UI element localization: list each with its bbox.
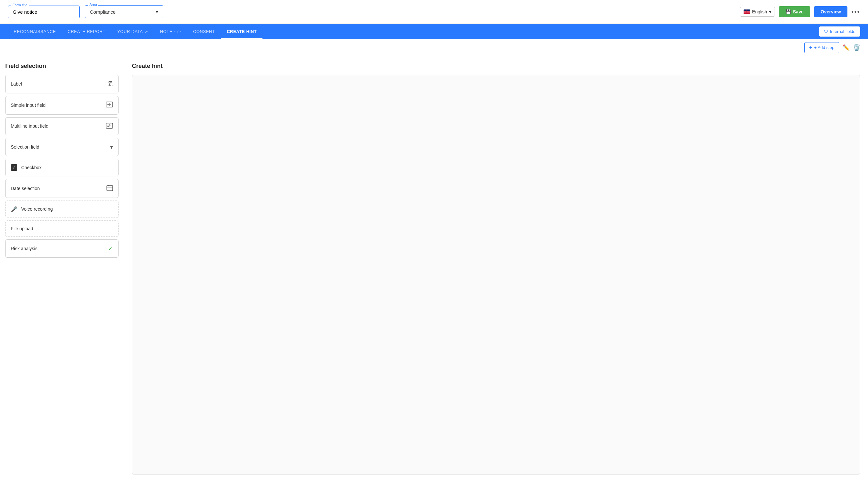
area-label: Area <box>88 3 98 6</box>
sidebar: Field selection Label Tr Simple input fi… <box>0 56 124 484</box>
flag-icon <box>744 9 750 14</box>
main-area: Field selection Label Tr Simple input fi… <box>0 56 868 484</box>
sidebar-title: Field selection <box>5 63 119 69</box>
edit-button[interactable]: ✏️ <box>842 44 850 51</box>
field-multiline-input-text: Multiline input field <box>11 123 106 129</box>
field-selection-text: Selection field <box>11 144 110 150</box>
field-voice-recording-text: Voice recording <box>21 206 113 212</box>
field-date-selection-text: Date selection <box>11 186 106 191</box>
field-item-file-upload[interactable]: File upload <box>5 220 119 237</box>
toolbar: + + Add step ✏️ 🗑️ <box>0 39 868 56</box>
field-item-label[interactable]: Label Tr <box>5 75 119 93</box>
svg-rect-5 <box>107 185 113 191</box>
form-title-label: Form title <box>11 3 29 7</box>
nav-label-reconnaissance: RECONNAISSANCE <box>14 29 56 34</box>
area-select[interactable]: Compliance ▾ <box>85 5 163 18</box>
code-icon: </> <box>175 29 181 34</box>
lang-chevron-icon: ▾ <box>769 9 771 14</box>
add-step-button[interactable]: + + Add step <box>804 42 839 53</box>
area-value: Compliance <box>90 9 116 15</box>
save-button[interactable]: 💾 Save <box>779 6 810 17</box>
form-title-input[interactable] <box>8 5 80 18</box>
selection-chevron-icon: ▾ <box>110 143 113 151</box>
trash-icon: 🗑️ <box>853 44 860 51</box>
field-checkbox-text: Checkbox <box>21 165 113 170</box>
nav-right: 🛡 Internal fields <box>811 24 860 39</box>
pencil-icon: ✏️ <box>842 44 850 51</box>
header-right: English ▾ 💾 Save Overview ••• <box>740 6 860 17</box>
more-button[interactable]: ••• <box>851 8 860 16</box>
multiline-icon <box>106 123 113 130</box>
external-link-icon: ↗ <box>145 29 148 34</box>
content-area: Create hint <box>124 56 868 484</box>
nav-label-consent: CONSENT <box>193 29 215 34</box>
field-list: Label Tr Simple input field Multiline in… <box>5 75 119 260</box>
nav-bar: RECONNAISSANCE CREATE REPORT YOUR DATA ↗… <box>0 24 868 39</box>
nav-item-create-hint[interactable]: CREATE HINT <box>221 24 262 39</box>
mic-icon: 🎤 <box>11 206 17 212</box>
form-title-group: Form title <box>8 5 80 18</box>
nav-label-note: NOTE <box>160 29 173 34</box>
plus-icon: + <box>809 45 812 51</box>
content-title: Create hint <box>132 63 860 69</box>
language-selector[interactable]: English ▾ <box>740 7 775 17</box>
field-risk-analysis-text: Risk analysis <box>11 246 108 251</box>
field-simple-input-text: Simple input field <box>11 102 106 108</box>
nav-label-create-report: CREATE REPORT <box>68 29 105 34</box>
content-panel <box>132 75 860 475</box>
field-item-voice-recording[interactable]: 🎤 Voice recording <box>5 201 119 218</box>
checkbox-checked-icon: ✓ <box>11 164 17 171</box>
field-label-text: Label <box>11 81 108 87</box>
field-item-date-selection[interactable]: Date selection <box>5 179 119 198</box>
language-label: English <box>752 9 767 14</box>
field-item-checkbox[interactable]: ✓ Checkbox <box>5 159 119 176</box>
nav-item-your-data[interactable]: YOUR DATA ↗ <box>111 24 154 39</box>
risk-analysis-check-icon: ✓ <box>108 245 113 252</box>
overview-button[interactable]: Overview <box>814 6 847 17</box>
nav-label-create-hint: CREATE HINT <box>227 29 257 34</box>
input-icon <box>106 101 113 109</box>
nav-item-note[interactable]: NOTE </> <box>154 24 187 39</box>
internal-fields-button[interactable]: 🛡 Internal fields <box>819 26 860 37</box>
field-item-multiline-input[interactable]: Multiline input field <box>5 117 119 135</box>
nav-label-your-data: YOUR DATA <box>117 29 143 34</box>
field-item-risk-analysis[interactable]: Risk analysis ✓ <box>5 239 119 258</box>
area-chevron-icon: ▾ <box>156 9 158 15</box>
nav-item-consent[interactable]: CONSENT <box>187 24 221 39</box>
text-format-icon: Tr <box>108 80 113 88</box>
header: Form title Area Compliance ▾ English ▾ 💾… <box>0 0 868 24</box>
field-item-simple-input[interactable]: Simple input field <box>5 96 119 115</box>
save-icon: 💾 <box>785 9 791 14</box>
delete-button[interactable]: 🗑️ <box>853 44 860 51</box>
area-group: Area Compliance ▾ <box>85 5 163 18</box>
calendar-icon <box>106 184 113 192</box>
shield-icon: 🛡 <box>824 29 828 34</box>
nav-item-reconnaissance[interactable]: RECONNAISSANCE <box>8 24 62 39</box>
field-file-upload-text: File upload <box>11 226 113 231</box>
nav-item-create-report[interactable]: CREATE REPORT <box>62 24 111 39</box>
field-item-selection[interactable]: Selection field ▾ <box>5 138 119 156</box>
